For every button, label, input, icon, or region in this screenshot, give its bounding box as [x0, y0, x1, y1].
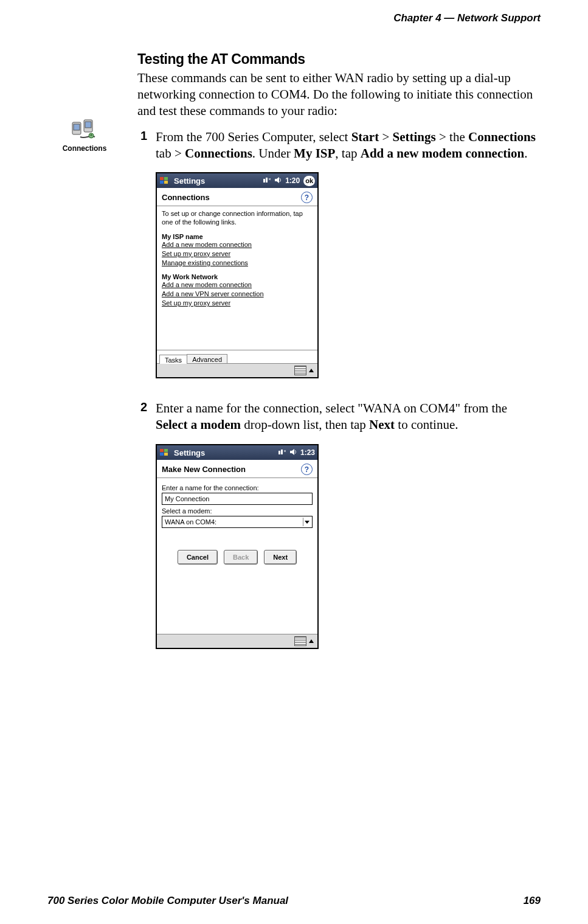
- step-number: 1: [137, 129, 147, 162]
- link-isp-manage[interactable]: Manage existing connections: [162, 259, 313, 268]
- link-work-add-vpn[interactable]: Add a new VPN server connection: [162, 290, 313, 299]
- help-icon[interactable]: ?: [301, 464, 313, 475]
- subtitle-bar: Connections ?: [157, 188, 317, 206]
- svg-rect-3: [85, 122, 91, 128]
- sip-up-arrow-icon[interactable]: [309, 369, 314, 372]
- modem-label: Select a modem:: [162, 507, 313, 515]
- page-header: Chapter 4 — Network Support: [47, 12, 541, 24]
- subtitle: Make New Connection: [162, 465, 246, 474]
- connectivity-icon[interactable]: [262, 176, 271, 186]
- sip-up-arrow-icon[interactable]: [309, 639, 314, 643]
- svg-rect-7: [160, 181, 164, 184]
- step-2: 2 Enter a name for the connection, selec…: [137, 400, 541, 433]
- chapter-label: Chapter 4: [393, 12, 441, 24]
- tab-tasks[interactable]: Tasks: [159, 355, 187, 364]
- svg-rect-1: [74, 124, 80, 130]
- svg-rect-11: [160, 453, 164, 456]
- next-button[interactable]: Next: [264, 550, 297, 564]
- window-title: Settings: [173, 448, 274, 457]
- step-1-body: From the 700 Series Computer, select Sta…: [156, 129, 541, 162]
- screenshot-content: To set up or change connection informati…: [157, 206, 317, 350]
- footer-left: 700 Series Color Mobile Computer User's …: [47, 895, 288, 907]
- isp-heading: My ISP name: [162, 233, 313, 240]
- sip-bar: [157, 634, 317, 648]
- connections-side-label: Connections: [58, 144, 111, 153]
- step-2-body: Enter a name for the connection, select …: [156, 400, 541, 433]
- help-icon[interactable]: ?: [301, 192, 313, 203]
- windows-flag-icon[interactable]: [159, 176, 169, 186]
- titlebar: Settings 1:20 ok: [157, 173, 317, 188]
- status-icons: 1:23: [277, 448, 315, 457]
- speaker-icon[interactable]: [289, 448, 297, 457]
- subtitle-bar: Make New Connection ?: [157, 460, 317, 478]
- page-number: 169: [524, 895, 541, 907]
- subtitle: Connections: [162, 193, 210, 202]
- modem-select[interactable]: WANA on COM4:: [162, 516, 313, 528]
- connection-name-input[interactable]: My Connection: [162, 493, 313, 505]
- cancel-button[interactable]: Cancel: [178, 550, 218, 564]
- page-footer: 700 Series Color Mobile Computer User's …: [47, 895, 541, 907]
- svg-rect-6: [164, 177, 168, 180]
- titlebar: Settings 1:23: [157, 445, 317, 460]
- chevron-down-icon[interactable]: [303, 518, 311, 526]
- ok-button[interactable]: ok: [303, 176, 315, 186]
- back-button: Back: [224, 550, 258, 564]
- sip-bar: [157, 363, 317, 377]
- windows-flag-icon[interactable]: [159, 448, 169, 457]
- screenshot-new-connection: Settings 1:23 Make New Connection ? Ente…: [156, 444, 319, 649]
- step-number: 2: [137, 400, 147, 433]
- speaker-icon[interactable]: [274, 176, 282, 186]
- step-1: 1 From the 700 Series Computer, select S…: [137, 129, 541, 162]
- tab-strip: Tasks Advanced: [157, 350, 317, 363]
- keyboard-icon[interactable]: [294, 366, 306, 375]
- svg-rect-5: [160, 177, 164, 180]
- tab-advanced[interactable]: Advanced: [187, 354, 227, 363]
- keyboard-icon[interactable]: [294, 636, 306, 646]
- screenshot-connections: Settings 1:20 ok Connections ? To set up…: [156, 172, 319, 378]
- link-isp-add-modem[interactable]: Add a new modem connection: [162, 240, 313, 249]
- svg-rect-12: [164, 453, 168, 456]
- header-sep: —: [441, 12, 457, 24]
- intro-paragraph: These commands can be sent to either WAN…: [137, 70, 541, 119]
- screenshot-content: Enter a name for the connection: My Conn…: [157, 478, 317, 634]
- connections-side-icon: Connections: [58, 119, 111, 153]
- wizard-buttons: Cancel Back Next: [162, 550, 313, 564]
- section-title: Testing the AT Commands: [137, 51, 541, 68]
- name-label: Enter a name for the connection:: [162, 484, 313, 492]
- svg-rect-9: [160, 449, 164, 452]
- clock-time: 1:23: [300, 448, 315, 457]
- status-icons: 1:20 ok: [262, 176, 315, 186]
- clock-time: 1:20: [285, 176, 300, 185]
- svg-rect-10: [164, 449, 168, 452]
- link-work-proxy[interactable]: Set up my proxy server: [162, 299, 313, 308]
- svg-rect-8: [164, 181, 168, 184]
- work-heading: My Work Network: [162, 273, 313, 280]
- devices-icon: [72, 119, 97, 142]
- link-work-add-modem[interactable]: Add a new modem connection: [162, 280, 313, 290]
- description-text: To set up or change connection informati…: [162, 210, 313, 227]
- chapter-name: Network Support: [457, 12, 541, 24]
- connectivity-icon[interactable]: [277, 448, 286, 457]
- link-isp-proxy[interactable]: Set up my proxy server: [162, 249, 313, 259]
- window-title: Settings: [173, 176, 258, 186]
